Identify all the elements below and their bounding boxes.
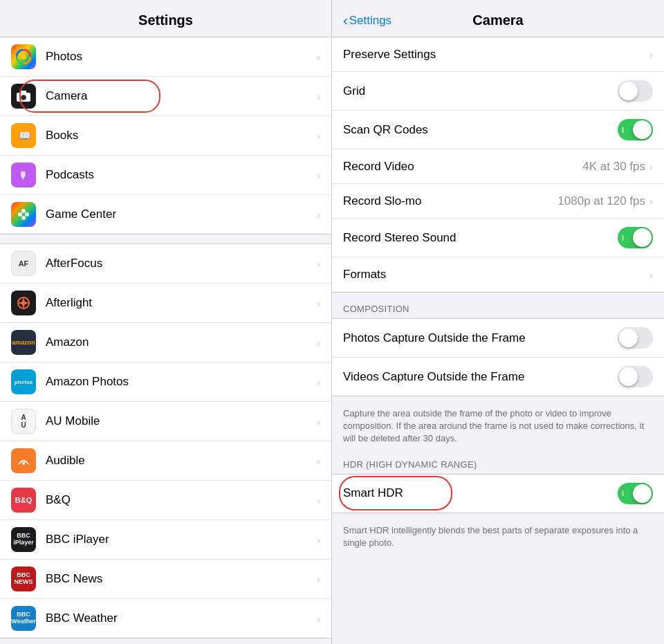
- scan-qr-toggle-label: I: [622, 126, 624, 134]
- bq-icon: B&Q: [11, 488, 36, 513]
- sidebar-item-afterfocus[interactable]: AF AfterFocus ›: [0, 244, 331, 284]
- afterfocus-icon: AF: [11, 251, 36, 276]
- afterlight-chevron: ›: [317, 297, 320, 309]
- sidebar-item-audible[interactable]: Audible ›: [0, 441, 331, 481]
- back-chevron-icon: ‹: [343, 12, 348, 28]
- amazon-icon: amazon: [11, 330, 36, 355]
- scan-qr-item[interactable]: Scan QR Codes I: [332, 111, 664, 149]
- game-center-icon: [11, 202, 36, 227]
- bbc-iplayer-icon: BBCiPlayer: [11, 527, 36, 552]
- photos-capture-toggle[interactable]: [618, 327, 653, 349]
- sidebar-item-bbc-news[interactable]: BBCNEWS BBC News ›: [0, 560, 331, 599]
- left-panel-title: Settings: [0, 0, 331, 37]
- game-center-chevron: ›: [317, 209, 320, 221]
- record-stereo-item[interactable]: Record Stereo Sound I: [332, 219, 664, 257]
- videos-capture-item[interactable]: Videos Capture Outside the Frame: [332, 358, 664, 396]
- preserve-settings-chevron: ›: [649, 48, 653, 60]
- record-video-chevron: ›: [649, 160, 653, 172]
- smart-hdr-item[interactable]: Smart HDR I: [332, 475, 664, 513]
- sidebar-item-au-mobile[interactable]: AU AU Mobile ›: [0, 402, 331, 441]
- books-icon: 📖: [11, 123, 36, 148]
- record-video-item[interactable]: Record Video 4K at 30 fps ›: [332, 149, 664, 184]
- sidebar-item-afterlight[interactable]: Afterlight ›: [0, 284, 331, 323]
- amazon-photos-icon: photos: [11, 369, 36, 394]
- amazon-photos-chevron: ›: [317, 376, 320, 388]
- smart-hdr-toggle-label: I: [622, 489, 624, 497]
- svg-rect-5: [21, 91, 26, 93]
- books-label: Books: [46, 129, 317, 142]
- svg-point-4: [22, 96, 26, 100]
- bbc-iplayer-label: BBC iPlayer: [46, 533, 317, 546]
- camera-icon: [11, 84, 36, 109]
- record-stereo-toggle[interactable]: I: [618, 227, 653, 248]
- formats-label: Formats: [343, 268, 649, 282]
- hdr-header: HDR (HIGH DYNAMIC RANGE): [332, 454, 664, 474]
- back-button[interactable]: ‹ Settings: [343, 12, 391, 28]
- record-stereo-toggle-thumb: [633, 228, 652, 247]
- bottom-settings-group: AF AfterFocus › Afterlight › amazon Amaz…: [0, 243, 331, 638]
- sidebar-item-game-center[interactable]: Game Center ›: [0, 195, 331, 234]
- svg-text:📖: 📖: [19, 130, 31, 142]
- scan-qr-label: Scan QR Codes: [343, 123, 618, 137]
- videos-capture-toggle[interactable]: [618, 366, 653, 387]
- grid-label: Grid: [343, 84, 618, 98]
- sidebar-item-amazon-photos[interactable]: photos Amazon Photos ›: [0, 362, 331, 402]
- composition-header: COMPOSITION: [332, 298, 664, 318]
- right-panel: ‹ Settings Camera Preserve Settings › Gr…: [332, 0, 664, 644]
- audible-icon: [11, 448, 36, 473]
- afterlight-icon: [11, 291, 36, 315]
- svg-point-10: [18, 212, 22, 217]
- record-slomo-value: 1080p at 120 fps: [557, 194, 645, 208]
- scan-qr-toggle[interactable]: I: [618, 119, 653, 140]
- au-mobile-icon: AU: [11, 409, 36, 434]
- back-label: Settings: [349, 14, 391, 28]
- composition-group: Photos Capture Outside the Frame Videos …: [332, 318, 664, 396]
- camera-title: Camera: [391, 12, 605, 28]
- books-chevron: ›: [317, 130, 320, 142]
- top-settings-group: Photos › Camera › 📖 Books › 🎙 Podcasts ›: [0, 37, 331, 234]
- bbc-iplayer-chevron: ›: [317, 534, 320, 546]
- svg-point-11: [25, 212, 29, 217]
- sidebar-item-amazon[interactable]: amazon Amazon ›: [0, 323, 331, 362]
- amazon-label: Amazon: [46, 335, 317, 349]
- podcasts-icon: 🎙: [11, 163, 36, 187]
- sidebar-item-books[interactable]: 📖 Books ›: [0, 116, 331, 156]
- record-video-label: Record Video: [343, 160, 582, 174]
- photos-capture-label: Photos Capture Outside the Frame: [343, 331, 618, 345]
- amazon-chevron: ›: [317, 337, 320, 349]
- grid-toggle[interactable]: [618, 80, 653, 102]
- hdr-group: Smart HDR I: [332, 474, 664, 513]
- sidebar-item-podcasts[interactable]: 🎙 Podcasts ›: [0, 156, 331, 195]
- sidebar-item-camera[interactable]: Camera ›: [0, 77, 331, 116]
- composition-footer: Capture the area outside the frame of th…: [332, 402, 664, 454]
- afterfocus-chevron: ›: [317, 258, 320, 270]
- record-video-value: 4K at 30 fps: [582, 160, 645, 174]
- sidebar-item-bbc-iplayer[interactable]: BBCiPlayer BBC iPlayer ›: [0, 520, 331, 560]
- afterlight-label: Afterlight: [46, 296, 317, 310]
- photos-chevron: ›: [317, 51, 320, 63]
- left-panel: Settings Photos › Camera › 📖 Books ›: [0, 0, 332, 644]
- au-mobile-chevron: ›: [317, 416, 320, 427]
- photos-label: Photos: [46, 50, 317, 64]
- podcasts-chevron: ›: [317, 169, 320, 181]
- scan-qr-toggle-thumb: [633, 120, 652, 139]
- svg-point-13: [21, 216, 26, 220]
- bbc-news-chevron: ›: [317, 573, 320, 585]
- smart-hdr-toggle[interactable]: I: [618, 483, 653, 504]
- sidebar-item-bq[interactable]: B&Q B&Q ›: [0, 481, 331, 520]
- photos-capture-item[interactable]: Photos Capture Outside the Frame: [332, 319, 664, 358]
- bbc-weather-chevron: ›: [317, 613, 320, 625]
- formats-item[interactable]: Formats ›: [332, 257, 664, 292]
- svg-point-12: [21, 209, 26, 213]
- sidebar-item-photos[interactable]: Photos ›: [0, 37, 331, 77]
- audible-label: Audible: [46, 454, 317, 468]
- sidebar-item-bbc-weather[interactable]: BBCWeather BBC Weather ›: [0, 599, 331, 638]
- bq-chevron: ›: [317, 495, 320, 506]
- afterfocus-label: AfterFocus: [46, 257, 317, 270]
- svg-point-15: [22, 462, 25, 465]
- record-slomo-item[interactable]: Record Slo-mo 1080p at 120 fps ›: [332, 184, 664, 219]
- record-stereo-toggle-label: I: [622, 234, 624, 242]
- preserve-settings-label: Preserve Settings: [343, 48, 649, 62]
- grid-item[interactable]: Grid: [332, 72, 664, 111]
- preserve-settings-item[interactable]: Preserve Settings ›: [332, 37, 664, 72]
